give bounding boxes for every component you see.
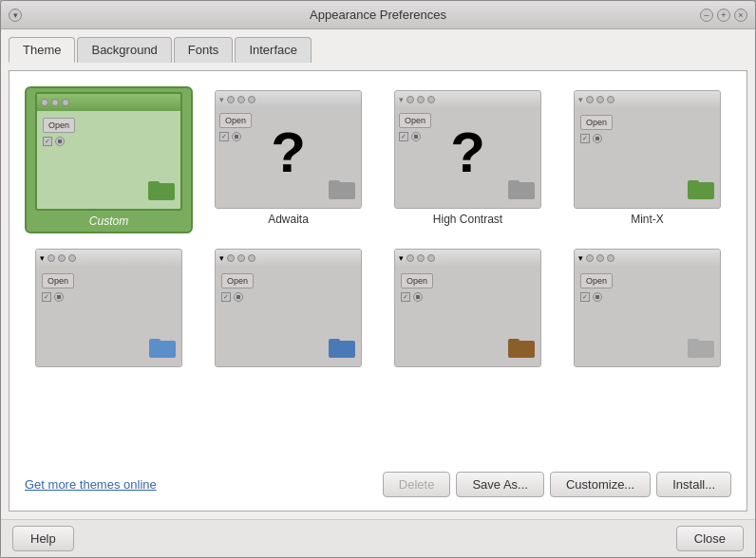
tab-interface[interactable]: Interface xyxy=(235,37,312,63)
theme-adwaita-label: Adwaita xyxy=(268,213,309,226)
window-menu-btn[interactable]: ▾ xyxy=(9,9,22,22)
help-button[interactable]: Help xyxy=(12,526,74,551)
question-mark-hc: ? xyxy=(450,119,485,184)
theme-adwaita[interactable]: ▾ Open xyxy=(204,86,372,233)
minimize-btn[interactable]: – xyxy=(700,9,713,22)
tabs-bar: Theme Background Fonts Interface xyxy=(9,37,747,63)
theme-7[interactable]: ▾ Open xyxy=(384,245,552,375)
theme-5[interactable]: ▾ Open xyxy=(25,245,193,375)
theme-7-preview: ▾ Open xyxy=(394,249,541,367)
panel-bottom-bar: Get more themes online Delete Save As...… xyxy=(17,466,739,503)
tab-background[interactable]: Background xyxy=(77,37,171,63)
theme-custom-label: Custom xyxy=(89,214,128,228)
close-btn[interactable]: × xyxy=(734,9,747,22)
footer: Help Close xyxy=(1,519,755,557)
app-window: ▾ Appearance Preferences – + × Theme Bac… xyxy=(0,0,756,558)
themes-grid-wrapper[interactable]: Open Custom xyxy=(17,79,739,466)
theme-mint-x-preview: ▾ Open xyxy=(574,90,721,209)
tab-theme[interactable]: Theme xyxy=(9,37,75,63)
question-mark-adwaita: ? xyxy=(271,119,306,184)
theme-high-contrast[interactable]: ▾ Open xyxy=(384,86,552,233)
theme-hc-label: High Contrast xyxy=(433,213,502,226)
action-buttons: Delete Save As... Customize... Install..… xyxy=(383,472,731,497)
theme-5-preview: ▾ Open xyxy=(35,249,182,367)
theme-8-preview: ▾ Open xyxy=(574,249,721,367)
theme-mint-x-label: Mint-X xyxy=(631,213,664,226)
window-buttons: – + × xyxy=(700,9,747,22)
title-bar: ▾ Appearance Preferences – + × xyxy=(1,1,755,29)
main-content: Theme Background Fonts Interface xyxy=(1,29,755,519)
theme-adwaita-preview: ▾ Open xyxy=(215,90,362,209)
close-button[interactable]: Close xyxy=(676,526,744,551)
theme-high-contrast-preview: ▾ Open xyxy=(394,90,541,209)
theme-mint-x[interactable]: ▾ Open xyxy=(563,86,731,233)
title-bar-controls: ▾ xyxy=(9,9,22,22)
maximize-btn[interactable]: + xyxy=(717,9,730,22)
tab-fonts[interactable]: Fonts xyxy=(174,37,234,63)
theme-6-preview: ▾ Open xyxy=(215,249,362,367)
get-more-link[interactable]: Get more themes online xyxy=(25,477,157,492)
delete-button[interactable]: Delete xyxy=(383,472,451,497)
themes-grid: Open Custom xyxy=(17,79,739,382)
theme-custom-preview: Open xyxy=(35,92,182,211)
theme-6[interactable]: ▾ Open xyxy=(204,245,372,375)
theme-custom[interactable]: Open Custom xyxy=(25,86,193,233)
save-as-button[interactable]: Save As... xyxy=(456,472,544,497)
theme-tab-panel: Open Custom xyxy=(9,70,747,512)
install-button[interactable]: Install... xyxy=(656,472,731,497)
window-title: Appearance Preferences xyxy=(310,8,446,22)
customize-button[interactable]: Customize... xyxy=(550,472,651,497)
theme-8[interactable]: ▾ Open xyxy=(563,245,731,375)
